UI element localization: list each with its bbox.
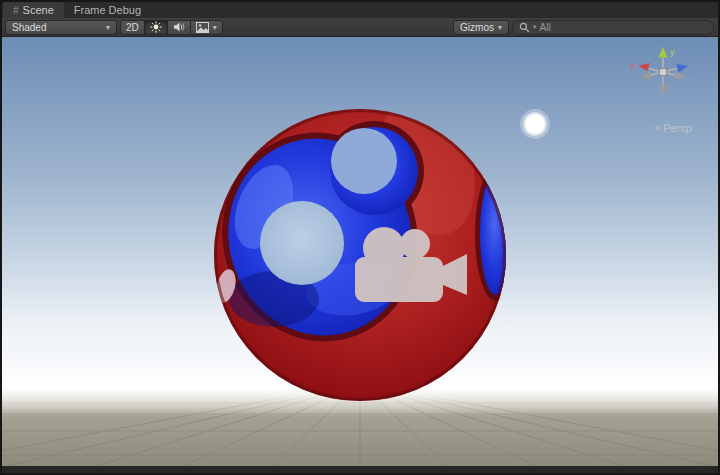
view-toggle-group: 2D xyxy=(120,20,223,35)
scene-lighting-button[interactable] xyxy=(144,20,168,35)
image-effects-icon xyxy=(196,22,209,33)
gizmo-center-cube[interactable] xyxy=(660,69,667,76)
sun-icon xyxy=(150,21,162,33)
chevron-down-icon: ▾ xyxy=(213,23,217,32)
draw-mode-dropdown[interactable]: Shaded ▾ xyxy=(5,20,117,35)
search-value: All xyxy=(540,22,551,33)
scene-audio-button[interactable] xyxy=(167,20,191,35)
scene-tab-icon: # xyxy=(13,5,19,16)
tab-frame-debug[interactable]: Frame Debug xyxy=(64,2,151,18)
search-filter-dropdown-icon[interactable]: ▾ xyxy=(533,23,537,31)
axis-x-label: x xyxy=(631,61,636,71)
projection-indicator[interactable]: Persp xyxy=(654,122,692,134)
chevron-down-icon: ▾ xyxy=(106,23,110,32)
toggle-2d-button[interactable]: 2D xyxy=(120,20,145,35)
tab-bar: # Scene Frame Debug xyxy=(2,2,718,18)
draw-mode-label: Shaded xyxy=(12,22,46,33)
tab-frame-debug-label: Frame Debug xyxy=(74,4,141,16)
toggle-2d-label: 2D xyxy=(126,22,139,33)
gizmo-search-field[interactable]: ▾ All xyxy=(512,20,714,35)
gizmos-label: Gizmos xyxy=(460,22,494,33)
axis-y-label: y xyxy=(670,47,675,57)
persp-toggle-icon xyxy=(654,124,659,132)
scene-effects-dropdown[interactable]: ▾ xyxy=(190,20,223,35)
light-gizmo[interactable] xyxy=(523,112,547,136)
projection-label: Persp xyxy=(663,122,692,134)
unity-scene-window: # Scene Frame Debug Shaded ▾ 2D xyxy=(0,0,720,475)
scene-toolbar: Shaded ▾ 2D xyxy=(2,18,718,37)
window-bottom-edge xyxy=(2,466,718,473)
scene-viewport[interactable]: x y z Persp xyxy=(2,37,718,466)
scene-3d-view[interactable]: x y z xyxy=(2,37,718,466)
tab-scene-label: Scene xyxy=(23,4,54,16)
speaker-icon xyxy=(173,22,185,32)
tab-scene[interactable]: # Scene xyxy=(3,2,64,18)
axis-z-label: z xyxy=(691,68,696,78)
search-icon xyxy=(519,22,530,33)
chevron-down-icon: ▾ xyxy=(498,23,502,32)
gizmos-dropdown[interactable]: Gizmos ▾ xyxy=(453,20,509,35)
